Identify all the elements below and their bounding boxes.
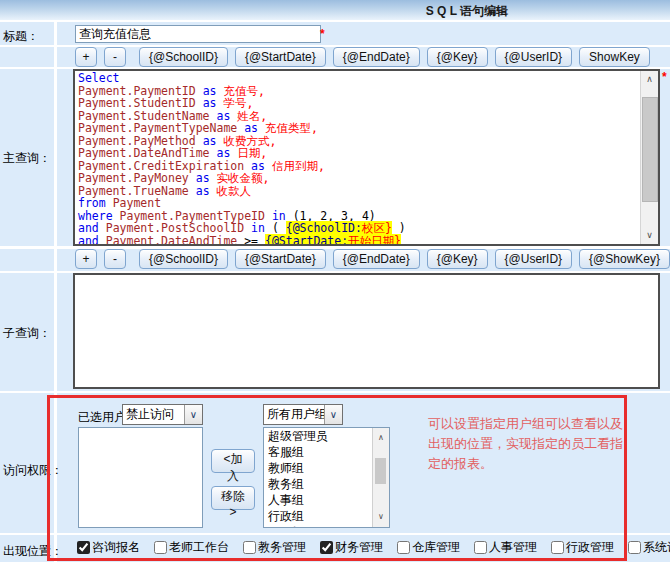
position-label: 出现位置：	[3, 543, 63, 560]
position-checkbox[interactable]	[243, 541, 256, 554]
param-button[interactable]: {@SchoolID}	[139, 249, 228, 269]
group-list-item[interactable]: 客服组	[264, 444, 373, 460]
param-button[interactable]: {@EndDate}	[333, 249, 420, 269]
dropdown-arrow-icon[interactable]: ∨	[324, 405, 342, 424]
position-checkbox[interactable]	[154, 541, 167, 554]
position-checkbox[interactable]	[77, 541, 90, 554]
sql-code-line: and Payment.DateAndTime >= {@StartDate:开…	[78, 235, 640, 247]
sql-code: SelectPayment.PaymentID as 充值号,Payment.S…	[78, 72, 640, 246]
param-button[interactable]: -	[104, 249, 126, 269]
sub-query-editor[interactable]	[73, 273, 660, 389]
group-list-item[interactable]: 教务组	[264, 476, 373, 492]
group-list: 超级管理员客服组教师组教务组人事组行政组管理组	[264, 428, 373, 528]
sql-editor-page: S Q L 语句编辑 标题： 主查询： 子查询： 访问权限： 出现位置： * +…	[0, 0, 670, 567]
editor-scrollbar[interactable]: ∧ ∨	[640, 71, 658, 244]
groups-listbox[interactable]: 超级管理员客服组教师组教务组人事组行政组管理组 ∧ ∨	[263, 427, 390, 528]
scroll-up-icon[interactable]: ∧	[373, 430, 389, 446]
sql-code-line: Payment.TrueName as 收款人	[78, 185, 640, 198]
param-button[interactable]: {@UserID}	[495, 249, 573, 269]
scroll-down-icon[interactable]: ∨	[373, 509, 389, 525]
remove-button[interactable]: 移除>	[211, 486, 255, 510]
divider	[0, 533, 670, 535]
param-button[interactable]: ShowKey	[579, 47, 650, 67]
param-buttons-top: +-{@SchoolID}{@StartDate}{@EndDate}{@Key…	[75, 47, 650, 67]
selected-users-listbox[interactable]	[78, 427, 203, 528]
group-list-item[interactable]: 行政组	[264, 508, 373, 524]
dropdown-arrow-icon[interactable]: ∨	[184, 405, 202, 424]
position-checkbox-item[interactable]: 仓库管理	[397, 539, 460, 556]
group-list-item[interactable]: 教师组	[264, 460, 373, 476]
param-button[interactable]: -	[104, 47, 126, 67]
group-list-item[interactable]: 人事组	[264, 492, 373, 508]
required-asterisk: *	[662, 70, 667, 84]
group-list-item[interactable]: 管理组	[264, 524, 373, 528]
param-button[interactable]: {@SchoolID}	[139, 47, 228, 67]
param-button[interactable]: {@ShowKey}	[579, 249, 670, 269]
footer-spacer	[0, 562, 670, 567]
position-checkbox[interactable]	[474, 541, 487, 554]
param-button[interactable]: {@StartDate}	[235, 47, 326, 67]
position-checkbox-item[interactable]: 财务管理	[320, 539, 383, 556]
access-note: 可以设置指定用户组可以查看以及 出现的位置，实现指定的员工看指 定的报表。	[428, 414, 636, 474]
add-button[interactable]: <加入	[211, 449, 255, 473]
scrollbar-thumb[interactable]	[642, 97, 658, 202]
all-groups-value: 所有用户组	[264, 406, 324, 423]
position-checkbox-item[interactable]: 教务管理	[243, 539, 306, 556]
group-list-item[interactable]: 超级管理员	[264, 428, 373, 444]
sub-query-label: 子查询：	[3, 325, 51, 342]
position-checkbox-label: 系统设置	[643, 539, 670, 556]
all-groups-dropdown[interactable]: 所有用户组 ∨	[263, 404, 343, 425]
required-asterisk: *	[320, 27, 325, 41]
param-button[interactable]: {@Key}	[427, 47, 488, 67]
header-bar: S Q L 语句编辑	[0, 0, 670, 20]
position-checkbox-label: 财务管理	[335, 539, 383, 556]
title-input[interactable]	[75, 25, 321, 43]
access-rights-label: 访问权限：	[3, 462, 63, 479]
position-checkbox-item[interactable]: 咨询报名	[77, 539, 140, 556]
main-query-label: 主查询：	[3, 150, 51, 167]
divider	[0, 391, 670, 393]
param-button[interactable]: {@EndDate}	[333, 47, 420, 67]
groups-scrollbar[interactable]: ∧ ∨	[372, 428, 389, 527]
position-checkbox-label: 人事管理	[489, 539, 537, 556]
param-button[interactable]: {@Key}	[427, 249, 488, 269]
position-checkbox-item[interactable]: 行政管理	[551, 539, 614, 556]
title-label: 标题：	[3, 28, 39, 45]
deny-access-dropdown[interactable]: 禁止访问 ∨	[122, 404, 203, 425]
position-checkbox-label: 教务管理	[258, 539, 306, 556]
position-checkbox-label: 咨询报名	[92, 539, 140, 556]
position-checkbox-item[interactable]: 人事管理	[474, 539, 537, 556]
param-button[interactable]: {@StartDate}	[235, 249, 326, 269]
position-checkbox-label: 老师工作台	[169, 539, 229, 556]
scroll-down-icon[interactable]: ∨	[641, 227, 658, 244]
position-checkboxes: 咨询报名老师工作台教务管理财务管理仓库管理人事管理行政管理系统设置	[77, 539, 670, 556]
position-checkbox-item[interactable]: 系统设置	[628, 539, 670, 556]
position-checkbox-label: 行政管理	[566, 539, 614, 556]
param-buttons-bottom: +-{@SchoolID}{@StartDate}{@EndDate}{@Key…	[75, 249, 670, 269]
param-button[interactable]: {@UserID}	[495, 47, 573, 67]
scroll-up-icon[interactable]: ∧	[641, 71, 658, 88]
position-checkbox-item[interactable]: 老师工作台	[154, 539, 229, 556]
deny-access-value: 禁止访问	[123, 406, 184, 423]
param-button[interactable]: +	[75, 249, 97, 269]
main-query-editor[interactable]: SelectPayment.PaymentID as 充值号,Payment.S…	[73, 69, 660, 246]
divider	[0, 20, 670, 22]
label-column-divider	[54, 22, 57, 562]
position-checkbox[interactable]	[397, 541, 410, 554]
position-checkbox[interactable]	[551, 541, 564, 554]
position-checkbox-label: 仓库管理	[412, 539, 460, 556]
scrollbar-thumb[interactable]	[375, 458, 386, 484]
position-checkbox[interactable]	[320, 541, 333, 554]
param-button[interactable]: +	[75, 47, 97, 67]
position-checkbox[interactable]	[628, 541, 641, 554]
page-title: S Q L 语句编辑	[426, 3, 508, 20]
